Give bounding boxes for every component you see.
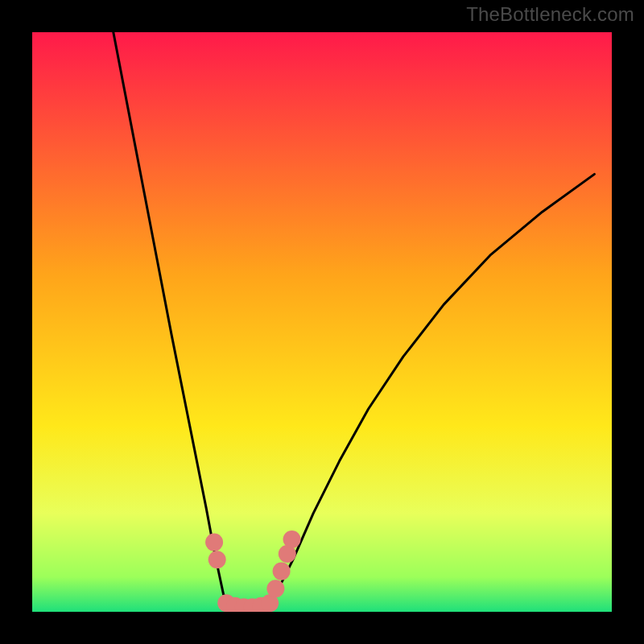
chart-background (32, 32, 612, 612)
chart-plot-area (32, 32, 612, 612)
chart-marker (205, 534, 223, 551)
watermark-text: TheBottleneck.com (466, 3, 634, 26)
chart-marker (283, 530, 301, 548)
chart-marker (208, 551, 226, 568)
chart-marker (273, 563, 291, 580)
chart-marker (266, 580, 284, 597)
